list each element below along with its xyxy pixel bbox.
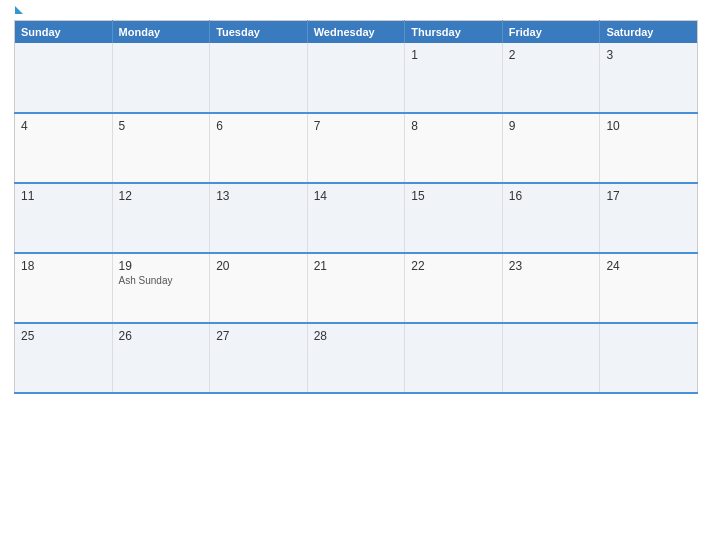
- day-of-week-header: Friday: [502, 21, 600, 44]
- day-number: 15: [411, 189, 496, 203]
- logo: [14, 10, 23, 14]
- day-number: 27: [216, 329, 301, 343]
- calendar-cell: 3: [600, 43, 698, 113]
- logo-triangle-icon: [15, 6, 23, 14]
- day-number: 7: [314, 119, 399, 133]
- logo-content: [14, 10, 23, 14]
- calendar-cell: [15, 43, 113, 113]
- calendar-cell: [210, 43, 308, 113]
- day-number: 16: [509, 189, 594, 203]
- calendar-cell: 22: [405, 253, 503, 323]
- day-number: 28: [314, 329, 399, 343]
- calendar-cell: 4: [15, 113, 113, 183]
- calendar-cell: 21: [307, 253, 405, 323]
- calendar-cell: 2: [502, 43, 600, 113]
- day-number: 19: [119, 259, 204, 273]
- calendar-cell: [502, 323, 600, 393]
- calendar-cell: 12: [112, 183, 210, 253]
- calendar-cell: 25: [15, 323, 113, 393]
- event-label: Ash Sunday: [119, 275, 204, 286]
- day-number: 21: [314, 259, 399, 273]
- calendar-cell: 28: [307, 323, 405, 393]
- calendar-cell: 7: [307, 113, 405, 183]
- calendar-cell: 17: [600, 183, 698, 253]
- calendar-week-row: 11121314151617: [15, 183, 698, 253]
- calendar-cell: 14: [307, 183, 405, 253]
- day-of-week-header: Monday: [112, 21, 210, 44]
- calendar-cell: [112, 43, 210, 113]
- calendar-cell: 16: [502, 183, 600, 253]
- day-number: 2: [509, 48, 594, 62]
- day-of-week-header: Wednesday: [307, 21, 405, 44]
- calendar-cell: 24: [600, 253, 698, 323]
- day-number: 12: [119, 189, 204, 203]
- days-of-week-row: SundayMondayTuesdayWednesdayThursdayFrid…: [15, 21, 698, 44]
- day-number: 17: [606, 189, 691, 203]
- day-number: 3: [606, 48, 691, 62]
- day-number: 11: [21, 189, 106, 203]
- day-number: 22: [411, 259, 496, 273]
- calendar-cell: 15: [405, 183, 503, 253]
- day-of-week-header: Sunday: [15, 21, 113, 44]
- calendar-page: SundayMondayTuesdayWednesdayThursdayFrid…: [0, 0, 712, 550]
- calendar-cell: 6: [210, 113, 308, 183]
- day-number: 10: [606, 119, 691, 133]
- day-number: 25: [21, 329, 106, 343]
- day-number: 6: [216, 119, 301, 133]
- day-number: 13: [216, 189, 301, 203]
- calendar-cell: 13: [210, 183, 308, 253]
- calendar-cell: [600, 323, 698, 393]
- calendar-cell: 8: [405, 113, 503, 183]
- calendar-body: 12345678910111213141516171819Ash Sunday2…: [15, 43, 698, 393]
- day-number: 4: [21, 119, 106, 133]
- calendar-cell: 19Ash Sunday: [112, 253, 210, 323]
- calendar-cell: 18: [15, 253, 113, 323]
- calendar-table: SundayMondayTuesdayWednesdayThursdayFrid…: [14, 20, 698, 394]
- day-of-week-header: Saturday: [600, 21, 698, 44]
- day-number: 20: [216, 259, 301, 273]
- calendar-cell: 9: [502, 113, 600, 183]
- day-number: 1: [411, 48, 496, 62]
- calendar-cell: 27: [210, 323, 308, 393]
- calendar-cell: 10: [600, 113, 698, 183]
- calendar-header: SundayMondayTuesdayWednesdayThursdayFrid…: [15, 21, 698, 44]
- calendar-week-row: 45678910: [15, 113, 698, 183]
- calendar-cell: 11: [15, 183, 113, 253]
- day-number: 26: [119, 329, 204, 343]
- calendar-cell: 26: [112, 323, 210, 393]
- day-number: 5: [119, 119, 204, 133]
- day-number: 23: [509, 259, 594, 273]
- calendar-cell: 1: [405, 43, 503, 113]
- day-of-week-header: Tuesday: [210, 21, 308, 44]
- calendar-cell: 20: [210, 253, 308, 323]
- header: [14, 10, 698, 14]
- calendar-week-row: 25262728: [15, 323, 698, 393]
- calendar-week-row: 1819Ash Sunday2021222324: [15, 253, 698, 323]
- day-number: 9: [509, 119, 594, 133]
- day-number: 24: [606, 259, 691, 273]
- calendar-cell: [405, 323, 503, 393]
- day-number: 8: [411, 119, 496, 133]
- calendar-cell: 5: [112, 113, 210, 183]
- calendar-cell: 23: [502, 253, 600, 323]
- day-number: 18: [21, 259, 106, 273]
- day-of-week-header: Thursday: [405, 21, 503, 44]
- calendar-cell: [307, 43, 405, 113]
- day-number: 14: [314, 189, 399, 203]
- calendar-week-row: 123: [15, 43, 698, 113]
